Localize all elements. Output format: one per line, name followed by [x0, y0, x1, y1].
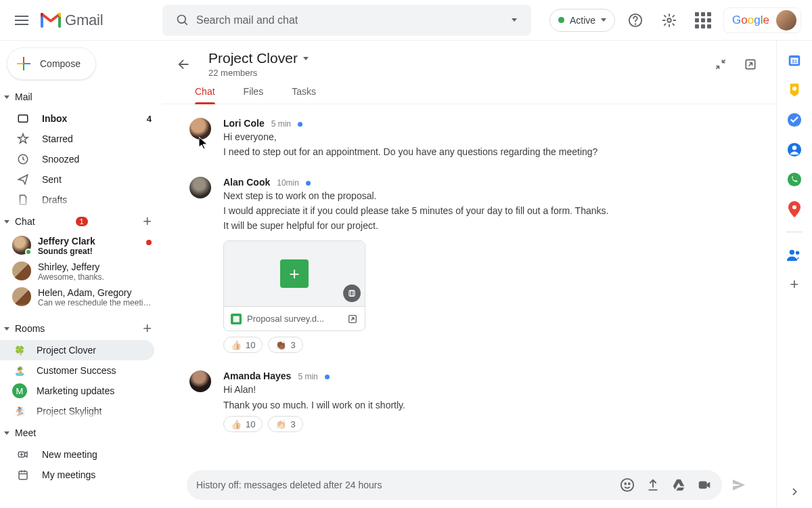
- nav-label: Drafts: [42, 194, 67, 205]
- google-apps-button[interactable]: [690, 7, 717, 34]
- room-item[interactable]: 🏂 Project Skylight: [0, 401, 154, 421]
- nav-inbox[interactable]: Inbox 4: [0, 108, 162, 129]
- message-time: 5 min: [271, 119, 291, 129]
- calendar-app-button[interactable]: 31: [787, 53, 802, 68]
- settings-button[interactable]: [656, 7, 683, 34]
- reaction-chip[interactable]: 👍🏻 10: [223, 416, 263, 432]
- nav-sent[interactable]: Sent: [0, 169, 162, 190]
- reaction-count: 3: [290, 340, 295, 350]
- room-name: Marketing updates: [37, 385, 114, 396]
- svg-text:31: 31: [792, 58, 797, 64]
- mail-section-header[interactable]: Mail: [0, 85, 162, 108]
- room-item[interactable]: M Marketing updates: [0, 381, 154, 401]
- tab-chat[interactable]: Chat: [195, 86, 215, 104]
- keep-app-button[interactable]: [787, 83, 802, 98]
- collapse-icon: [4, 96, 9, 99]
- search-options-button[interactable]: [504, 18, 524, 22]
- reaction-chip[interactable]: 👏🏻 3: [268, 416, 302, 432]
- chat-preview: Sounds great!: [38, 247, 139, 256]
- room-item-project-clover[interactable]: 🍀 Project Clover: [0, 340, 154, 360]
- svg-point-26: [792, 146, 796, 150]
- room-subtitle: 22 members: [208, 68, 309, 78]
- attachment-card[interactable]: + ▦ Proposal survey.d...: [223, 240, 365, 331]
- chat-item[interactable]: Jeffery Clark Sounds great!: [0, 233, 162, 259]
- svg-rect-13: [349, 291, 355, 296]
- add-app-button[interactable]: +: [787, 277, 802, 292]
- gmail-logo[interactable]: Gmail: [41, 12, 103, 29]
- nav-new-meeting[interactable]: New meeting: [0, 444, 162, 465]
- nav-label: Inbox: [42, 113, 67, 124]
- open-attachment-button[interactable]: [347, 314, 358, 324]
- nav-my-meetings[interactable]: My meetings: [0, 465, 162, 485]
- help-button[interactable]: [622, 7, 649, 34]
- chat-unread-badge: 1: [76, 217, 88, 226]
- status-chip[interactable]: Active: [549, 9, 615, 32]
- room-item[interactable]: 🏝️ Customer Success: [0, 360, 154, 381]
- message-composer[interactable]: History off: messages deleted after 24 h…: [187, 470, 722, 500]
- svg-point-7: [667, 18, 671, 22]
- reaction-chip[interactable]: 👏🏾 3: [268, 337, 302, 353]
- tasks-app-button[interactable]: [787, 112, 802, 127]
- reactions: 👍🏻 10 👏🏾 3: [223, 337, 749, 353]
- reaction-chip[interactable]: 👍🏻 10: [223, 337, 263, 353]
- help-icon: [628, 13, 643, 28]
- svg-point-18: [629, 483, 630, 484]
- collapse-icon: [4, 327, 9, 331]
- message-text: Hi everyone,: [223, 130, 749, 144]
- svg-point-3: [178, 15, 186, 23]
- profile-avatar[interactable]: [776, 10, 796, 30]
- tab-files[interactable]: Files: [244, 86, 264, 104]
- attachment-bar: ▦ Proposal survey.d...: [224, 306, 365, 331]
- meet-section-header[interactable]: Meet: [0, 421, 162, 444]
- send-button[interactable]: [729, 475, 749, 495]
- upload-button[interactable]: [645, 477, 661, 493]
- nav-snoozed[interactable]: Snoozed: [0, 149, 162, 169]
- nav-drafts[interactable]: Drafts: [0, 190, 162, 210]
- popout-button[interactable]: [738, 52, 763, 77]
- account-switcher[interactable]: Google: [723, 7, 801, 33]
- message-time: 5 min: [298, 372, 317, 381]
- expand-sidepanel-button[interactable]: [789, 486, 800, 497]
- nav-starred[interactable]: Starred: [0, 129, 162, 149]
- messages-pane[interactable]: Lori Cole 5 min Hi everyone, I need to s…: [162, 104, 776, 463]
- collapse-icon: [4, 220, 9, 224]
- drive-button[interactable]: [671, 477, 687, 493]
- video-icon: [697, 478, 712, 492]
- rooms-section-header[interactable]: Rooms +: [0, 317, 162, 340]
- message-text: I need to step out for an appointment. D…: [223, 145, 749, 158]
- contacts-app-button[interactable]: [787, 142, 802, 157]
- chevron-down-icon[interactable]: [303, 57, 309, 60]
- search-bar[interactable]: [162, 5, 531, 36]
- back-button[interactable]: [172, 52, 196, 77]
- new-room-button[interactable]: +: [143, 320, 152, 337]
- room-name: Project Skylight: [37, 406, 102, 417]
- svg-point-29: [790, 250, 794, 255]
- tasks-icon: [787, 112, 802, 127]
- chat-item[interactable]: Helen, Adam, Gregory Can we reschedule t…: [0, 284, 162, 310]
- avatar: [189, 118, 211, 140]
- voice-app-button[interactable]: [787, 172, 802, 187]
- emoji-button[interactable]: [619, 477, 635, 493]
- room-name: Project Clover: [37, 345, 96, 356]
- people-app-button[interactable]: [787, 247, 802, 262]
- chat-item[interactable]: Shirley, Jeffery Awesome, thanks.: [0, 259, 162, 284]
- search-wrap: [162, 5, 531, 36]
- tab-tasks[interactable]: Tasks: [292, 86, 316, 104]
- main-menu-button[interactable]: [7, 5, 37, 35]
- meet-button[interactable]: [696, 477, 713, 493]
- chat-section-header[interactable]: Chat 1 +: [0, 210, 162, 233]
- maps-app-button[interactable]: [787, 202, 802, 217]
- video-plus-icon: [16, 448, 30, 461]
- message: Amanda Hayes 5 min Hi Alan! Thank you so…: [189, 371, 749, 432]
- presence-icon: [25, 249, 32, 255]
- keep-icon: [788, 83, 801, 98]
- send-icon: [731, 477, 747, 493]
- room-icon: 🍀: [12, 343, 27, 358]
- search-input[interactable]: [196, 14, 504, 26]
- rooms-section-title: Rooms: [15, 323, 143, 334]
- new-chat-button[interactable]: +: [143, 213, 152, 230]
- message-author: Lori Cole: [223, 118, 265, 129]
- collapse-window-button[interactable]: [708, 52, 733, 77]
- compose-button[interactable]: Compose: [7, 47, 96, 80]
- send-icon: [16, 173, 30, 186]
